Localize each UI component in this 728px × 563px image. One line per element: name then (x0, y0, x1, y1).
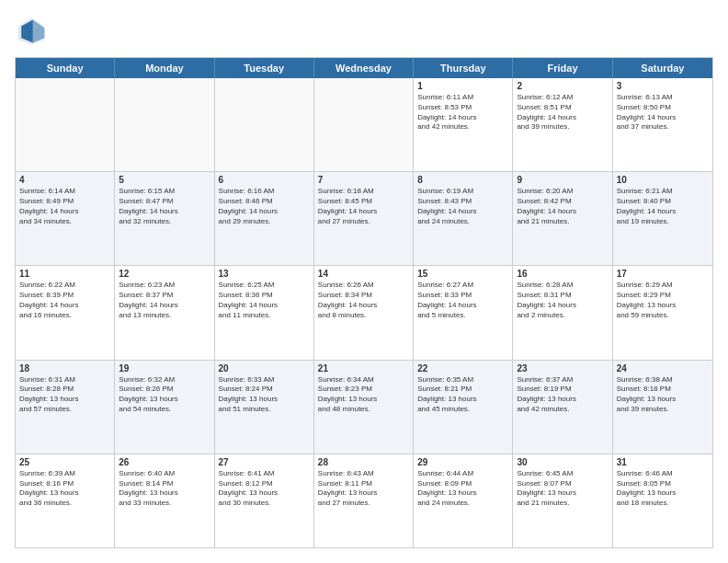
calendar-cell: 29Sunrise: 6:44 AM Sunset: 8:09 PM Dayli… (414, 454, 513, 547)
calendar: SundayMondayTuesdayWednesdayThursdayFrid… (15, 57, 713, 548)
calendar-cell: 9Sunrise: 6:20 AM Sunset: 8:42 PM Daylig… (513, 172, 612, 265)
calendar-body: 1Sunrise: 6:11 AM Sunset: 8:53 PM Daylig… (16, 78, 712, 547)
cal-header-day: Saturday (613, 58, 712, 78)
day-number: 28 (318, 457, 409, 467)
day-number: 6 (219, 175, 310, 185)
day-number: 1 (417, 81, 508, 91)
cell-text: Sunrise: 6:44 AM Sunset: 8:09 PM Dayligh… (417, 469, 508, 509)
calendar-cell: 21Sunrise: 6:34 AM Sunset: 8:23 PM Dayli… (314, 361, 414, 454)
day-number: 29 (417, 457, 508, 467)
cell-text: Sunrise: 6:41 AM Sunset: 8:12 PM Dayligh… (219, 469, 310, 509)
calendar-cell: 23Sunrise: 6:37 AM Sunset: 8:19 PM Dayli… (513, 361, 612, 454)
cell-text: Sunrise: 6:19 AM Sunset: 8:43 PM Dayligh… (417, 187, 508, 226)
day-number: 3 (617, 81, 709, 91)
calendar-cell (16, 78, 115, 171)
cell-text: Sunrise: 6:15 AM Sunset: 8:47 PM Dayligh… (119, 187, 210, 226)
calendar-cell: 13Sunrise: 6:25 AM Sunset: 8:36 PM Dayli… (215, 266, 314, 359)
day-number: 27 (219, 457, 310, 467)
calendar-cell: 20Sunrise: 6:33 AM Sunset: 8:24 PM Dayli… (215, 361, 314, 454)
calendar-cell (314, 78, 414, 171)
calendar-cell: 16Sunrise: 6:28 AM Sunset: 8:31 PM Dayli… (513, 266, 612, 359)
calendar-cell: 30Sunrise: 6:45 AM Sunset: 8:07 PM Dayli… (513, 454, 612, 547)
cell-text: Sunrise: 6:18 AM Sunset: 8:45 PM Dayligh… (318, 187, 409, 226)
day-number: 23 (517, 363, 608, 373)
calendar-cell: 28Sunrise: 6:43 AM Sunset: 8:11 PM Dayli… (314, 454, 414, 547)
day-number: 17 (617, 269, 709, 279)
cell-text: Sunrise: 6:21 AM Sunset: 8:40 PM Dayligh… (617, 187, 709, 226)
cell-text: Sunrise: 6:11 AM Sunset: 8:53 PM Dayligh… (417, 93, 508, 132)
cell-text: Sunrise: 6:13 AM Sunset: 8:50 PM Dayligh… (617, 93, 709, 132)
day-number: 4 (19, 175, 110, 185)
day-number: 26 (119, 457, 210, 467)
calendar-cell: 8Sunrise: 6:19 AM Sunset: 8:43 PM Daylig… (414, 172, 513, 265)
cell-text: Sunrise: 6:25 AM Sunset: 8:36 PM Dayligh… (219, 281, 310, 320)
cell-text: Sunrise: 6:23 AM Sunset: 8:37 PM Dayligh… (119, 281, 210, 320)
day-number: 21 (318, 363, 409, 373)
cal-header-day: Tuesday (215, 58, 314, 78)
cell-text: Sunrise: 6:31 AM Sunset: 8:28 PM Dayligh… (19, 375, 110, 415)
calendar-cell: 11Sunrise: 6:22 AM Sunset: 8:39 PM Dayli… (16, 266, 115, 359)
page: SundayMondayTuesdayWednesdayThursdayFrid… (0, 0, 728, 563)
calendar-cell (115, 78, 214, 171)
day-number: 18 (19, 363, 110, 373)
day-number: 11 (19, 269, 110, 279)
cell-text: Sunrise: 6:34 AM Sunset: 8:23 PM Dayligh… (318, 375, 409, 415)
cell-text: Sunrise: 6:33 AM Sunset: 8:24 PM Dayligh… (219, 375, 310, 415)
day-number: 30 (517, 457, 608, 467)
calendar-cell: 14Sunrise: 6:26 AM Sunset: 8:34 PM Dayli… (314, 266, 414, 359)
cell-text: Sunrise: 6:39 AM Sunset: 8:16 PM Dayligh… (19, 469, 110, 509)
day-number: 22 (417, 363, 508, 373)
day-number: 31 (617, 457, 709, 467)
calendar-cell: 26Sunrise: 6:40 AM Sunset: 8:14 PM Dayli… (115, 454, 214, 547)
cell-text: Sunrise: 6:14 AM Sunset: 8:49 PM Dayligh… (19, 187, 110, 226)
cal-header-day: Wednesday (314, 58, 414, 78)
logo-icon (15, 15, 48, 48)
calendar-cell: 22Sunrise: 6:35 AM Sunset: 8:21 PM Dayli… (414, 361, 513, 454)
calendar-row: 25Sunrise: 6:39 AM Sunset: 8:16 PM Dayli… (16, 454, 712, 547)
cell-text: Sunrise: 6:27 AM Sunset: 8:33 PM Dayligh… (417, 281, 508, 320)
cell-text: Sunrise: 6:43 AM Sunset: 8:11 PM Dayligh… (318, 469, 409, 509)
cell-text: Sunrise: 6:16 AM Sunset: 8:46 PM Dayligh… (219, 187, 310, 226)
day-number: 12 (119, 269, 210, 279)
cal-header-day: Thursday (414, 58, 513, 78)
cell-text: Sunrise: 6:46 AM Sunset: 8:05 PM Dayligh… (617, 469, 709, 509)
cell-text: Sunrise: 6:32 AM Sunset: 8:26 PM Dayligh… (119, 375, 210, 415)
calendar-cell: 5Sunrise: 6:15 AM Sunset: 8:47 PM Daylig… (115, 172, 214, 265)
calendar-row: 1Sunrise: 6:11 AM Sunset: 8:53 PM Daylig… (16, 78, 712, 172)
cell-text: Sunrise: 6:45 AM Sunset: 8:07 PM Dayligh… (517, 469, 608, 509)
day-number: 25 (19, 457, 110, 467)
cell-text: Sunrise: 6:20 AM Sunset: 8:42 PM Dayligh… (517, 187, 608, 226)
cell-text: Sunrise: 6:28 AM Sunset: 8:31 PM Dayligh… (517, 281, 608, 320)
calendar-row: 11Sunrise: 6:22 AM Sunset: 8:39 PM Dayli… (16, 266, 712, 360)
cell-text: Sunrise: 6:12 AM Sunset: 8:51 PM Dayligh… (517, 93, 608, 132)
calendar-cell: 27Sunrise: 6:41 AM Sunset: 8:12 PM Dayli… (215, 454, 314, 547)
cal-header-day: Monday (115, 58, 214, 78)
cell-text: Sunrise: 6:22 AM Sunset: 8:39 PM Dayligh… (19, 281, 110, 320)
calendar-cell: 15Sunrise: 6:27 AM Sunset: 8:33 PM Dayli… (414, 266, 513, 359)
calendar-cell: 31Sunrise: 6:46 AM Sunset: 8:05 PM Dayli… (613, 454, 712, 547)
cell-text: Sunrise: 6:29 AM Sunset: 8:29 PM Dayligh… (617, 281, 709, 320)
day-number: 2 (517, 81, 608, 91)
calendar-cell: 17Sunrise: 6:29 AM Sunset: 8:29 PM Dayli… (613, 266, 712, 359)
day-number: 7 (318, 175, 409, 185)
calendar-cell: 4Sunrise: 6:14 AM Sunset: 8:49 PM Daylig… (16, 172, 115, 265)
calendar-row: 4Sunrise: 6:14 AM Sunset: 8:49 PM Daylig… (16, 172, 712, 266)
cell-text: Sunrise: 6:35 AM Sunset: 8:21 PM Dayligh… (417, 375, 508, 415)
cal-header-day: Sunday (16, 58, 115, 78)
cell-text: Sunrise: 6:26 AM Sunset: 8:34 PM Dayligh… (318, 281, 409, 320)
day-number: 16 (517, 269, 608, 279)
calendar-cell: 6Sunrise: 6:16 AM Sunset: 8:46 PM Daylig… (215, 172, 314, 265)
day-number: 8 (417, 175, 508, 185)
calendar-cell: 24Sunrise: 6:38 AM Sunset: 8:18 PM Dayli… (613, 361, 712, 454)
day-number: 10 (617, 175, 709, 185)
cal-header-day: Friday (513, 58, 612, 78)
day-number: 14 (318, 269, 409, 279)
cell-text: Sunrise: 6:40 AM Sunset: 8:14 PM Dayligh… (119, 469, 210, 509)
calendar-cell: 10Sunrise: 6:21 AM Sunset: 8:40 PM Dayli… (613, 172, 712, 265)
day-number: 15 (417, 269, 508, 279)
calendar-cell: 19Sunrise: 6:32 AM Sunset: 8:26 PM Dayli… (115, 361, 214, 454)
day-number: 24 (617, 363, 709, 373)
cell-text: Sunrise: 6:37 AM Sunset: 8:19 PM Dayligh… (517, 375, 608, 415)
calendar-cell (215, 78, 314, 171)
day-number: 13 (219, 269, 310, 279)
